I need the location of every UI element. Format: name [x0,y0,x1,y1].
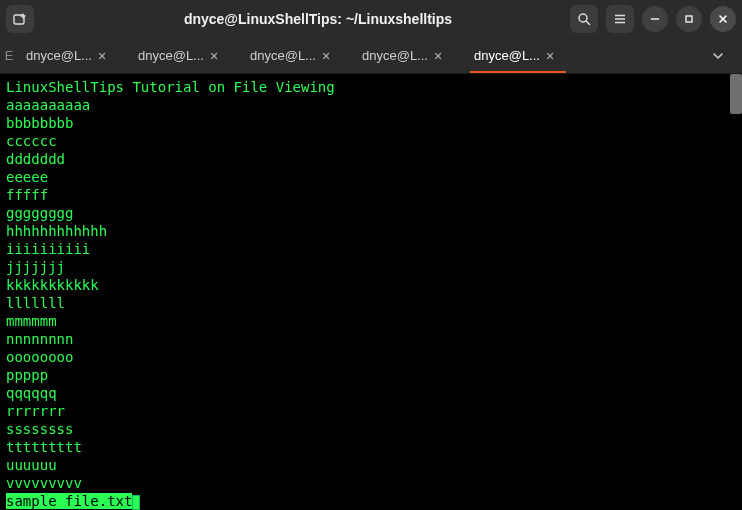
new-tab-icon [13,12,27,26]
terminal-line: qqqqqq [6,384,736,402]
edge-indicator: E [4,38,14,73]
terminal-line: LinuxShellTips Tutorial on File Viewing [6,78,736,96]
tab-label: dnyce@L... [26,48,92,63]
minimize-icon [649,13,661,25]
terminal-line: oooooooo [6,348,736,366]
title-bar: dnyce@LinuxShellTips: ~/Linuxshelltips [0,0,742,38]
terminal-line: ddddddd [6,150,736,168]
pager-filename: sample_file.txt [6,493,132,509]
svg-rect-7 [686,16,692,22]
terminal-line: jjjjjjj [6,258,736,276]
tab-3[interactable]: dnyce@L...× [350,38,462,73]
maximize-button[interactable] [676,6,702,32]
terminal-line: gggggggg [6,204,736,222]
tab-1[interactable]: dnyce@L...× [126,38,238,73]
pager-status-line: sample_file.txt [6,492,140,510]
search-icon [577,12,591,26]
menu-button[interactable] [606,5,634,33]
terminal-line: eeeee [6,168,736,186]
terminal-line: bbbbbbbb [6,114,736,132]
tab-close-icon[interactable]: × [322,48,330,64]
terminal-line: ttttttttt [6,438,736,456]
chevron-down-icon [712,50,724,62]
tab-close-icon[interactable]: × [210,48,218,64]
terminal-line: aaaaaaaaaa [6,96,736,114]
terminal-line: nnnnnnnn [6,330,736,348]
tab-label: dnyce@L... [474,48,540,63]
vertical-scrollbar[interactable] [730,74,742,114]
tab-bar: E dnyce@L...×dnyce@L...×dnyce@L...×dnyce… [0,38,742,74]
tab-label: dnyce@L... [362,48,428,63]
terminal-line: ssssssss [6,420,736,438]
tab-2[interactable]: dnyce@L...× [238,38,350,73]
maximize-icon [683,13,695,25]
tab-label: dnyce@L... [138,48,204,63]
terminal-line: hhhhhhhhhhhh [6,222,736,240]
svg-line-2 [586,21,590,25]
terminal-line: uuuuuu [6,456,736,474]
terminal-viewport[interactable]: LinuxShellTips Tutorial on File Viewinga… [0,74,742,510]
terminal-line: ppppp [6,366,736,384]
terminal-line: fffff [6,186,736,204]
tab-overflow-button[interactable] [704,42,732,70]
tab-close-icon[interactable]: × [98,48,106,64]
hamburger-icon [613,12,627,26]
tab-4[interactable]: dnyce@L...× [462,38,574,73]
terminal-line: rrrrrrr [6,402,736,420]
terminal-line: vvvvvvvvv [6,474,736,492]
search-button[interactable] [570,5,598,33]
window-title: dnyce@LinuxShellTips: ~/Linuxshelltips [72,11,564,27]
terminal-line: kkkkkkkkkkk [6,276,736,294]
close-icon [717,13,729,25]
terminal-line: mmmmmm [6,312,736,330]
cursor [132,495,140,510]
terminal-line: lllllll [6,294,736,312]
minimize-button[interactable] [642,6,668,32]
close-button[interactable] [710,6,736,32]
tab-0[interactable]: dnyce@L...× [14,38,126,73]
terminal-line: cccccc [6,132,736,150]
new-tab-button[interactable] [6,5,34,33]
terminal-line: iiiiiiiiii [6,240,736,258]
tab-label: dnyce@L... [250,48,316,63]
tab-close-icon[interactable]: × [546,48,554,64]
tab-close-icon[interactable]: × [434,48,442,64]
